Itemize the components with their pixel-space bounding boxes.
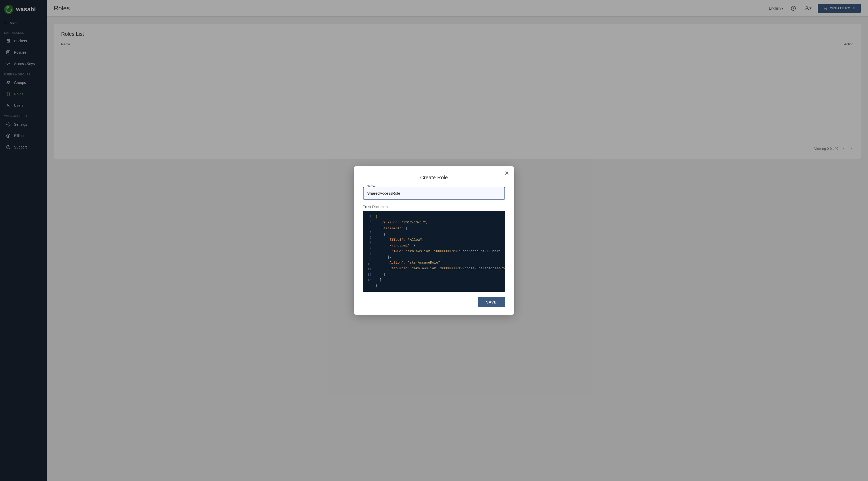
save-button[interactable]: SAVE [478,297,505,307]
trust-document-editor[interactable]: 1 2 3 4 5 6 7 8 9 10 11 12 13 { "Version… [363,211,505,292]
line-num-13: 13 [366,277,371,283]
code-lines-container: 1 2 3 4 5 6 7 8 9 10 11 12 13 { "Version… [363,211,505,292]
modal-close-button[interactable]: ✕ [504,171,509,176]
line-num-7: 7 [366,246,371,251]
line-numbers: 1 2 3 4 5 6 7 8 9 10 11 12 13 [363,211,373,292]
modal-footer: SAVE [363,297,505,307]
modal-title: Create Role [363,175,505,181]
line-num-11: 11 [366,267,371,272]
line-num-1: 1 [366,214,371,219]
modal-overlay[interactable]: Create Role ✕ Name Trust Document 1 2 3 … [0,0,868,481]
code-content: { "Version": "2012-10-17", "Statement": … [373,211,505,292]
line-num-10: 10 [366,262,371,267]
line-num-6: 6 [366,241,371,246]
line-num-12: 12 [366,272,371,277]
name-field-label: Name [366,184,376,188]
line-num-5: 5 [366,235,371,241]
name-input[interactable] [363,187,505,200]
line-num-4: 4 [366,230,371,235]
create-role-modal: Create Role ✕ Name Trust Document 1 2 3 … [354,167,514,314]
line-num-8: 8 [366,251,371,256]
line-num-3: 3 [366,225,371,230]
line-num-9: 9 [366,257,371,262]
line-num-2: 2 [366,219,371,225]
trust-document-label: Trust Document [363,205,505,209]
name-field-group: Name [363,187,505,200]
